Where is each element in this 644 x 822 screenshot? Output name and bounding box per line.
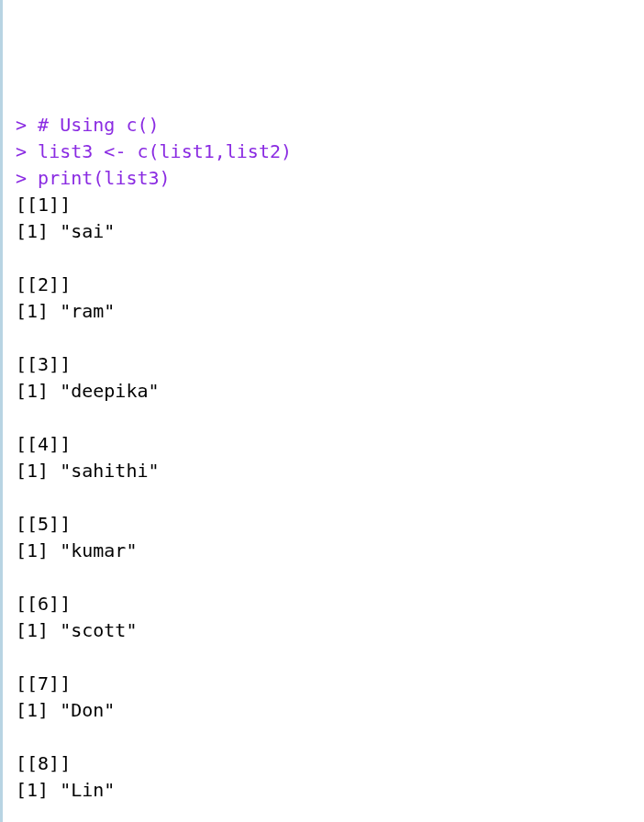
console-line: [[5]]	[16, 511, 644, 538]
console-output-text: [[6]]	[16, 593, 71, 615]
console-line: [1] "Don"	[16, 697, 644, 724]
console-command: list3 <- c(list1,list2)	[38, 140, 292, 162]
console-line	[16, 245, 644, 272]
console-line: [1] "Lin"	[16, 777, 644, 804]
console-line	[16, 405, 644, 431]
console-line: > print(list3)	[16, 165, 644, 192]
r-console-output: > # Using c()> list3 <- c(list1,list2)> …	[16, 112, 644, 804]
console-output-text: [[8]]	[16, 752, 71, 774]
console-line: [[3]]	[16, 351, 644, 378]
console-line	[16, 484, 644, 511]
console-line: [[7]]	[16, 671, 644, 697]
console-output-text: [[4]]	[16, 433, 71, 455]
console-output-text: [1] "Lin"	[16, 779, 115, 801]
console-output-text: [1] "scott"	[16, 619, 137, 641]
console-line: [[6]]	[16, 591, 644, 617]
console-line	[16, 724, 644, 750]
console-line: [1] "sai"	[16, 218, 644, 245]
console-prompt: >	[16, 114, 38, 136]
console-line: [[2]]	[16, 272, 644, 298]
console-line: > # Using c()	[16, 112, 644, 139]
console-line	[16, 644, 644, 671]
console-line	[16, 325, 644, 351]
console-line: [[8]]	[16, 750, 644, 777]
console-output-text: [1] "Don"	[16, 699, 115, 721]
console-line: [1] "kumar"	[16, 538, 644, 564]
console-line: [1] "ram"	[16, 298, 644, 325]
console-line: [[4]]	[16, 431, 644, 458]
console-output-text: [1] "sai"	[16, 220, 115, 242]
console-output-text: [[3]]	[16, 353, 71, 375]
console-line: > list3 <- c(list1,list2)	[16, 139, 644, 165]
console-output-text: [[2]]	[16, 273, 71, 295]
console-line: [1] "scott"	[16, 617, 644, 644]
console-command: print(list3)	[38, 167, 171, 189]
console-command: # Using c()	[38, 114, 159, 136]
console-output-text: [1] "ram"	[16, 300, 115, 322]
console-output-text: [1] "sahithi"	[16, 460, 160, 482]
console-line: [[1]]	[16, 192, 644, 218]
console-output-text: [[1]]	[16, 194, 71, 216]
console-prompt: >	[16, 167, 38, 189]
console-output-text: [[5]]	[16, 513, 71, 535]
console-line: [1] "sahithi"	[16, 458, 644, 484]
console-output-text: [1] "deepika"	[16, 380, 160, 402]
console-output-text: [[7]]	[16, 672, 71, 694]
console-line: [1] "deepika"	[16, 378, 644, 405]
console-output-text: [1] "kumar"	[16, 539, 137, 561]
console-prompt: >	[16, 140, 38, 162]
console-line	[16, 564, 644, 591]
